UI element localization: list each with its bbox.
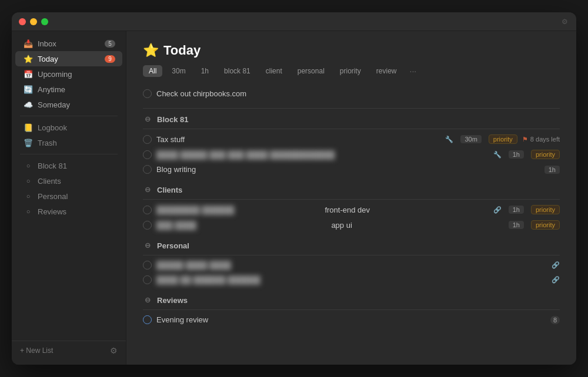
sidebar-item-label: Personal <box>38 192 115 201</box>
task-personal2[interactable]: ████ ██ ██████ ██████ 🔗 <box>143 272 560 287</box>
section-title: Reviews <box>157 296 188 305</box>
task-checkbox[interactable] <box>143 206 152 214</box>
task-checkbox[interactable] <box>143 275 152 284</box>
filter-block81[interactable]: block 81 <box>218 65 256 77</box>
collapse-icon: ⊖ <box>143 295 152 305</box>
title-icon: ⭐ <box>143 43 159 58</box>
task-checkbox[interactable] <box>143 165 152 174</box>
tag-time: 30m <box>460 135 481 143</box>
trash-icon: 🗑️ <box>24 138 33 147</box>
task-name-visible: front-end dev <box>325 206 488 214</box>
task-name: ████ █████ ███ ███ ████ ████████████ <box>156 150 489 159</box>
section-header-reviews[interactable]: ⊖ Reviews <box>143 290 560 310</box>
task-frontend[interactable]: ████████ ██████ front-end dev 🔗 1h prior… <box>143 202 560 217</box>
section-header-personal[interactable]: ⊖ Personal <box>143 235 560 255</box>
tag-count: 8 <box>550 316 560 324</box>
sidebar-item-label: Block 81 <box>38 161 115 170</box>
tag-time: 1h <box>509 221 524 229</box>
section-block81: ⊖ Block 81 Tax stuff 🔧 30m priority ⚑ 8 … <box>143 109 560 177</box>
section-personal: ⊖ Personal █████ ████ ████ 🔗 ████ ██ ███… <box>143 235 560 287</box>
sidebar-item-label: Logbook <box>38 123 115 132</box>
filter-30m[interactable]: 30m <box>166 65 191 77</box>
task-blurred1[interactable]: ████ █████ ███ ███ ████ ████████████ 🔧 1… <box>143 147 560 162</box>
anytime-icon: 🔄 <box>24 85 33 94</box>
sidebar-item-trash[interactable]: 🗑️ Trash <box>15 135 122 150</box>
filter-priority[interactable]: priority <box>334 65 367 77</box>
task-checkbox[interactable] <box>143 315 152 324</box>
task-detail-icon: 🔧 <box>493 151 502 159</box>
sidebar-item-block81[interactable]: ○ Block 81 <box>15 158 122 173</box>
upcoming-icon: 📅 <box>24 69 33 79</box>
sidebar-item-upcoming[interactable]: 📅 Upcoming <box>15 66 122 82</box>
sidebar-item-clients[interactable]: ○ Clients <box>15 173 122 188</box>
section-reviews: ⊖ Reviews Evening review 8 <box>143 290 560 327</box>
app-window: ⚙ 📥 Inbox 5 ⭐ Today 9 📅 Upcoming 🔄 Anyti… <box>12 12 576 365</box>
task-personal1[interactable]: █████ ████ ████ 🔗 <box>143 258 560 272</box>
sidebar-item-today[interactable]: ⭐ Today 9 <box>15 51 122 66</box>
list-icon: ○ <box>24 176 33 186</box>
section-clients: ⊖ Clients ████████ ██████ front-end dev … <box>143 179 560 233</box>
filter-client[interactable]: client <box>260 65 288 77</box>
task-tax[interactable]: Tax stuff 🔧 30m priority ⚑ 8 days left <box>143 132 560 147</box>
section-header-block81[interactable]: ⊖ Block 81 <box>143 109 560 129</box>
new-list-label: + New List <box>20 346 53 355</box>
main-panel: ⭐ Today All 30m 1h block 81 client perso… <box>126 31 576 365</box>
sidebar-item-personal[interactable]: ○ Personal <box>15 188 122 204</box>
today-icon: ⭐ <box>24 54 33 63</box>
settings-icon[interactable]: ⚙ <box>560 17 569 26</box>
minimize-button[interactable] <box>30 18 37 25</box>
inbox-badge: 5 <box>105 40 115 48</box>
sidebar-item-logbook[interactable]: 📒 Logbook <box>15 120 122 135</box>
sidebar-item-label: Reviews <box>38 207 115 216</box>
sidebar-item-label: Clients <box>38 177 115 186</box>
task-checkbox[interactable] <box>143 221 152 230</box>
sidebar-item-label: Trash <box>38 139 115 147</box>
tag-priority: priority <box>531 220 560 230</box>
window-body: 📥 Inbox 5 ⭐ Today 9 📅 Upcoming 🔄 Anytime… <box>12 31 576 365</box>
sidebar: 📥 Inbox 5 ⭐ Today 9 📅 Upcoming 🔄 Anytime… <box>12 31 126 365</box>
inbox-icon: 📥 <box>24 39 33 48</box>
main-content: Check out chirpbooks.com ⊖ Block 81 Tax … <box>126 84 576 365</box>
filter-1h[interactable]: 1h <box>195 65 215 77</box>
sidebar-item-inbox[interactable]: 📥 Inbox 5 <box>15 36 122 51</box>
task-blog[interactable]: Blog writing 1h <box>143 162 560 177</box>
filter-more-button[interactable]: ··· <box>406 65 420 77</box>
sidebar-item-anytime[interactable]: 🔄 Anytime <box>15 82 122 97</box>
filter-review[interactable]: review <box>370 65 403 77</box>
titlebar: ⚙ <box>12 12 576 31</box>
collapse-icon: ⊖ <box>143 115 152 124</box>
tag-priority: priority <box>531 150 560 159</box>
task-checkbox[interactable] <box>143 261 152 270</box>
filter-personal[interactable]: personal <box>292 65 330 77</box>
close-button[interactable] <box>19 18 26 25</box>
traffic-lights <box>19 18 48 25</box>
maximize-button[interactable] <box>41 18 48 25</box>
filter-all[interactable]: All <box>143 65 162 77</box>
tag-priority: priority <box>489 134 517 144</box>
section-title: Block 81 <box>157 115 188 124</box>
task-name: Tax stuff <box>156 135 440 144</box>
task-checkbox[interactable] <box>143 135 152 144</box>
filter-bar: All 30m 1h block 81 client personal prio… <box>143 65 560 77</box>
page-title: ⭐ Today <box>143 43 560 58</box>
list-icon: ○ <box>24 161 33 170</box>
task-checkbox[interactable] <box>143 150 152 159</box>
sidebar-item-reviews[interactable]: ○ Reviews <box>15 204 122 219</box>
task-evening-review[interactable]: Evening review 8 <box>143 312 560 327</box>
sidebar-settings-icon[interactable]: ⚙ <box>110 346 118 355</box>
task-name: ███ ████ <box>156 221 326 230</box>
task-chirpbooks[interactable]: Check out chirpbooks.com <box>143 86 560 101</box>
tag-time: 1h <box>509 150 524 159</box>
task-appui[interactable]: ███ ████ app ui 1h priority <box>143 217 560 233</box>
collapse-icon: ⊖ <box>143 185 152 194</box>
task-name-visible: app ui <box>331 221 501 230</box>
tag-priority: priority <box>531 205 560 214</box>
task-name: Check out chirpbooks.com <box>156 89 560 98</box>
sidebar-item-someday[interactable]: ☁️ Someday <box>15 97 122 112</box>
task-name: ████ ██ ██████ ██████ <box>156 275 547 284</box>
sidebar-item-label: Today <box>38 55 100 63</box>
task-checkbox[interactable] <box>143 89 152 98</box>
standalone-tasks: Check out chirpbooks.com <box>143 84 560 109</box>
section-header-clients[interactable]: ⊖ Clients <box>143 179 560 200</box>
new-list-button[interactable]: + New List <box>20 346 105 355</box>
